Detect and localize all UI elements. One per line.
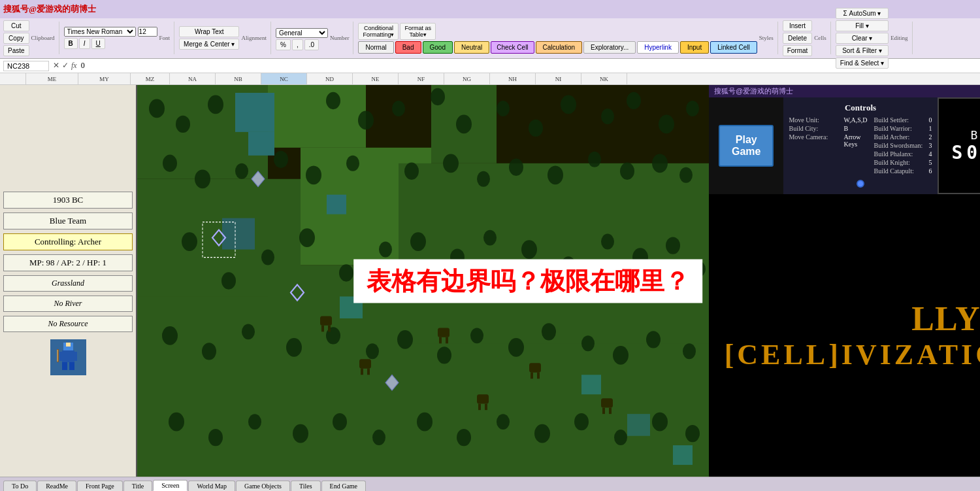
svg-rect-3	[59, 352, 65, 361]
insert-function-icon[interactable]: fx	[71, 61, 77, 71]
toolbar-row1: 搜狐号@爱游戏的萌博士	[0, 0, 980, 18]
bold-button[interactable]: B	[64, 38, 78, 49]
exploratory-button[interactable]: Exploratory...	[583, 41, 636, 54]
number-section: General % , .0 Number	[276, 22, 354, 54]
svg-rect-99	[320, 316, 332, 325]
formula-bar: ✕ ✓ fx 0	[0, 59, 980, 73]
format-as-table-button[interactable]: Format asTable▾	[400, 23, 436, 40]
neutral-style-button[interactable]: Neutral	[454, 41, 489, 54]
tab-screen[interactable]: Screen	[153, 480, 188, 491]
svg-point-92	[457, 429, 471, 446]
year-display: 1903 BC	[3, 192, 133, 209]
col-header-NG: NG	[444, 73, 490, 84]
linked-cell-button[interactable]: Linked Cell	[710, 41, 757, 54]
font-size-input[interactable]	[138, 27, 157, 37]
svg-point-25	[149, 99, 165, 118]
cut-button[interactable]: Cut	[3, 20, 29, 31]
terrain-display: Grassland	[3, 275, 133, 292]
tab-title[interactable]: Title	[123, 481, 153, 491]
increase-decimal-button[interactable]: .0	[304, 39, 319, 50]
underline-button[interactable]: U	[91, 38, 105, 49]
radio-dot[interactable]	[857, 180, 864, 188]
tab-tiles[interactable]: Tiles	[291, 481, 321, 491]
tab-to-do[interactable]: To Do	[3, 481, 37, 491]
sort-filter-button[interactable]: Sort & Filter ▾	[836, 45, 889, 56]
svg-rect-18	[248, 132, 274, 156]
controls-phalanx: Build Phalanx: 4	[874, 150, 932, 158]
overlay-question-text: 表格有边界吗？极限在哪里？	[353, 259, 702, 303]
calculation-button[interactable]: Calculation	[536, 41, 582, 54]
number-format-select[interactable]: General	[276, 28, 328, 38]
normal-style-button[interactable]: Normal	[358, 41, 393, 54]
svg-point-54	[679, 167, 693, 183]
fill-button[interactable]: Fill ▾	[836, 20, 889, 31]
svg-rect-109	[531, 373, 533, 379]
copy-button[interactable]: Copy	[3, 33, 29, 44]
svg-point-29	[358, 111, 374, 130]
cell-reference-input[interactable]	[3, 61, 49, 71]
paste-button[interactable]: Paste	[3, 45, 29, 56]
comma-button[interactable]: ,	[292, 39, 303, 50]
svg-point-88	[293, 424, 308, 443]
toolbar-row2: Cut Copy Paste Clipboard Times New Roman…	[0, 18, 980, 58]
svg-point-49	[509, 159, 523, 176]
svg-point-98	[685, 425, 700, 442]
confirm-formula-icon[interactable]: ✓	[62, 61, 69, 71]
svg-point-89	[333, 413, 347, 430]
col-header-NB: NB	[216, 73, 261, 84]
alignment-section: Wrap Text Merge & Center ▾ Alignment	[179, 22, 271, 54]
svg-point-75	[366, 343, 379, 359]
svg-point-30	[392, 101, 405, 116]
svg-point-79	[508, 338, 524, 357]
tab-world-map[interactable]: World Map	[188, 481, 235, 491]
svg-rect-123	[581, 375, 601, 394]
autosum-button[interactable]: Σ AutoSum ▾	[836, 8, 889, 19]
merge-center-button[interactable]: Merge & Center ▾	[179, 39, 239, 50]
svg-rect-111	[601, 398, 613, 407]
svg-rect-6	[69, 362, 74, 370]
stats-display: MP: 98 / AP: 2 / HP: 1	[3, 254, 133, 271]
svg-rect-103	[361, 369, 363, 375]
cancel-formula-icon[interactable]: ✕	[53, 61, 59, 71]
styles-section: ConditionalFormatting▾ Format asTable▾ N…	[358, 22, 777, 54]
svg-rect-5	[62, 362, 67, 370]
column-headers: ME MY MZ NA NB NC ND NE NF NG NH NI NK	[0, 73, 980, 85]
play-game-button[interactable]: PlayGame	[719, 125, 774, 167]
controls-left-col: Move Unit: W,A,S,D Build City: B Move Ca…	[789, 116, 867, 175]
controls-move-unit: Move Unit: W,A,S,D	[789, 116, 867, 124]
find-select-button[interactable]: Find & Select ▾	[836, 58, 889, 69]
italic-button[interactable]: I	[79, 38, 90, 49]
svg-rect-102	[359, 359, 371, 368]
svg-point-35	[561, 95, 576, 114]
percent-button[interactable]: %	[276, 39, 291, 50]
check-cell-button[interactable]: Check Cell	[491, 41, 534, 54]
hyperlink-button[interactable]: Hyperlink	[637, 41, 679, 54]
delete-button[interactable]: Delete	[783, 33, 813, 44]
svg-point-57	[261, 250, 274, 265]
bad-style-button[interactable]: Bad	[395, 41, 421, 54]
svg-point-31	[431, 88, 445, 105]
col-header-NC: NC	[261, 73, 307, 84]
svg-rect-7	[66, 343, 71, 347]
wrap-text-button[interactable]: Wrap Text	[179, 26, 239, 37]
input-button[interactable]: Input	[680, 41, 709, 54]
svg-point-84	[683, 343, 696, 359]
tab-game-objects[interactable]: Game Objects	[236, 481, 290, 491]
svg-point-70	[162, 326, 178, 345]
svg-point-87	[248, 414, 261, 430]
format-button[interactable]: Format	[783, 45, 813, 56]
clipboard-label: Clipboard	[31, 35, 55, 41]
tab-end-game[interactable]: End Game	[321, 481, 367, 491]
conditional-formatting-button[interactable]: ConditionalFormatting▾	[358, 23, 399, 40]
tab-front-page[interactable]: Front Page	[77, 481, 123, 491]
good-style-button[interactable]: Good	[423, 41, 453, 54]
svg-point-76	[397, 330, 413, 349]
by-solly-panel: B Y S0LLY	[938, 97, 981, 194]
tab-readme[interactable]: ReadMe	[37, 481, 76, 491]
svg-point-56	[221, 272, 236, 289]
svg-point-32	[456, 115, 472, 134]
insert-button[interactable]: Insert	[783, 20, 813, 31]
clear-button[interactable]: Clear ▾	[836, 33, 889, 44]
controls-knight: Build Knight: 5	[874, 159, 932, 166]
font-family-select[interactable]: Times New Roman	[64, 27, 136, 37]
